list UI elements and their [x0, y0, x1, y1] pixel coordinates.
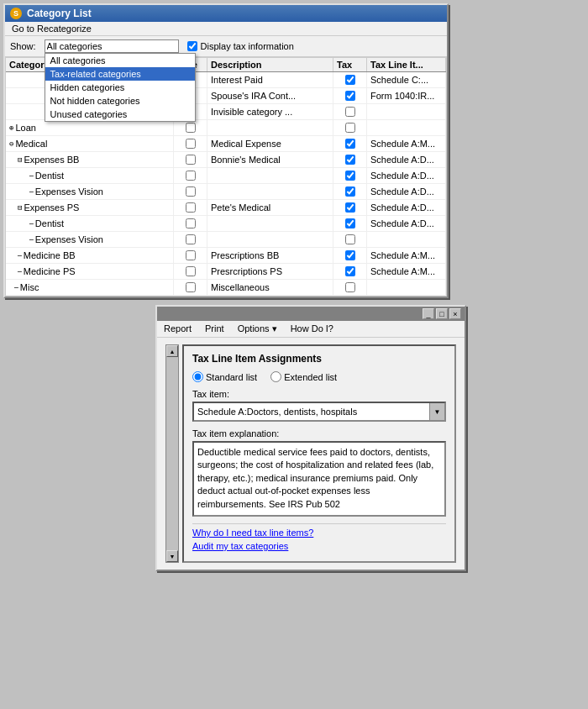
tax-item-dropdown[interactable]: Schedule A:Doctors, dentists, hospitals … — [192, 402, 446, 422]
separator — [192, 523, 446, 524]
option-not-hidden[interactable]: Not hidden categories — [45, 94, 195, 108]
row-taxline: Schedule A:D... — [367, 216, 446, 231]
row-tax[interactable] — [333, 72, 367, 87]
row-category: ─Expenses Vision — [6, 232, 174, 247]
audit-tax-categories-link[interactable]: Audit my tax categories — [192, 541, 446, 551]
row-taxline: Schedule A:M... — [367, 264, 446, 279]
row-hide[interactable] — [174, 120, 207, 135]
row-taxline: Schedule C:... — [367, 72, 446, 87]
row-category: ⊟Expenses PS — [6, 200, 174, 215]
tax-titlebar: _ □ × — [157, 307, 465, 321]
row-tax[interactable] — [333, 232, 367, 247]
row-tax[interactable] — [333, 248, 367, 263]
option-unused[interactable]: Unused categories — [45, 108, 195, 121]
row-description — [207, 168, 333, 183]
tax-item-explanation-label: Tax item explanation: — [192, 428, 446, 439]
maximize-button[interactable]: □ — [436, 308, 448, 319]
table-row[interactable]: ⊕Loan — [6, 120, 446, 136]
row-tax[interactable] — [333, 216, 367, 231]
standard-list-radio[interactable] — [192, 371, 203, 382]
report-menu[interactable]: Report — [164, 323, 192, 334]
row-hide[interactable] — [174, 168, 207, 183]
tax-content-area: ▲ ▼ Tax Line Item Assignments Standard l… — [157, 338, 465, 570]
table-row[interactable]: ⊖Medical Medical Expense Schedule A:M... — [6, 136, 446, 152]
row-hide[interactable] — [174, 152, 207, 167]
row-hide[interactable] — [174, 136, 207, 151]
titlebar: S Category List — [5, 5, 447, 22]
show-dropdown[interactable]: All categories — [45, 39, 179, 53]
row-hide[interactable] — [174, 248, 207, 263]
extended-list-radio[interactable] — [270, 371, 281, 382]
table-row[interactable]: ─Medicine PS Presrcriptions PS Schedule … — [6, 264, 446, 280]
row-taxline: Schedule A:D... — [367, 184, 446, 199]
row-tax[interactable] — [333, 264, 367, 279]
row-tax[interactable] — [333, 88, 367, 103]
row-hide[interactable] — [174, 280, 207, 295]
row-hide[interactable] — [174, 184, 207, 199]
col-description: Description — [207, 58, 333, 71]
option-hidden[interactable]: Hidden categories — [45, 81, 195, 94]
row-tax[interactable] — [333, 280, 367, 295]
window-title: Category List — [27, 8, 92, 19]
row-description: Invisible category ... — [207, 104, 333, 119]
table-row[interactable]: ─Dentist Schedule A:D... — [6, 216, 446, 232]
panel-title: Tax Line Item Assignments — [192, 353, 446, 365]
row-taxline: Schedule A:M... — [367, 136, 446, 151]
menu-bar: Go to Recategorize — [5, 22, 447, 36]
row-tax[interactable] — [333, 200, 367, 215]
row-category: ⊟Expenses BB — [6, 152, 174, 167]
table-row[interactable]: ⊟Expenses PS Pete's Medical Schedule A:D… — [6, 200, 446, 216]
tax-item-explanation-text: Deductible medical service fees paid to … — [197, 447, 433, 509]
why-tax-line-items-link[interactable]: Why do I need tax line items? — [192, 528, 446, 538]
close-button[interactable]: × — [449, 308, 461, 319]
row-category: ─Misc — [6, 280, 174, 295]
display-tax-label: Display tax information — [201, 41, 294, 51]
row-taxline — [367, 280, 446, 295]
row-hide[interactable] — [174, 264, 207, 279]
row-tax[interactable] — [333, 184, 367, 199]
goto-recategorize-menu[interactable]: Go to Recategorize — [8, 23, 95, 34]
extended-list-option[interactable]: Extended list — [270, 371, 337, 382]
row-hide[interactable] — [174, 216, 207, 231]
row-description: Medical Expense — [207, 136, 333, 151]
display-tax-checkbox-label[interactable]: Display tax information — [187, 41, 294, 51]
row-hide[interactable] — [174, 200, 207, 215]
row-tax[interactable] — [333, 168, 367, 183]
table-row[interactable]: ─Misc Miscellaneous — [6, 280, 446, 296]
row-tax[interactable] — [333, 136, 367, 151]
row-taxline: Schedule A:D... — [367, 168, 446, 183]
table-row[interactable]: ─Dentist Schedule A:D... — [6, 168, 446, 184]
standard-list-option[interactable]: Standard list — [192, 371, 257, 382]
row-tax[interactable] — [333, 104, 367, 119]
howdoi-menu[interactable]: How Do I? — [291, 323, 333, 334]
row-description — [207, 216, 333, 231]
row-category: ⊕Loan — [6, 120, 174, 135]
tax-panel-area: Tax Line Item Assignments Standard list … — [182, 344, 456, 563]
tax-item-dropdown-arrow[interactable]: ▼ — [429, 403, 444, 420]
tax-line-assignments-window: _ □ × Report Print Options ▾ How Do I? ▲… — [155, 305, 466, 571]
row-description: Presrcriptions PS — [207, 264, 333, 279]
table-row[interactable]: ─Medicine BB Prescriptions BB Schedule A… — [6, 248, 446, 264]
tax-item-label: Tax item: — [192, 389, 446, 399]
row-taxline — [367, 104, 446, 119]
scroll-up-button[interactable]: ▲ — [166, 345, 178, 357]
display-tax-checkbox[interactable] — [187, 41, 197, 51]
row-category: ─Medicine PS — [6, 264, 174, 279]
option-tax-related[interactable]: Tax-related categories — [45, 67, 195, 81]
option-all-categories[interactable]: All categories — [45, 54, 195, 67]
print-menu[interactable]: Print — [205, 323, 224, 334]
row-taxline: Form 1040:IR... — [367, 88, 446, 103]
row-tax[interactable] — [333, 120, 367, 135]
row-tax[interactable] — [333, 152, 367, 167]
table-row[interactable]: ⊟Expenses BB Bonnie's Medical Schedule A… — [6, 152, 446, 168]
table-row[interactable]: ─Expenses Vision Schedule A:D... — [6, 184, 446, 200]
options-menu[interactable]: Options ▾ — [238, 323, 277, 334]
show-dropdown-wrapper: All categories All categories Tax-relate… — [45, 39, 179, 53]
table-row[interactable]: ─Expenses Vision — [6, 232, 446, 248]
category-list-window: S Category List Go to Recategorize Show:… — [3, 3, 449, 298]
scroll-down-button[interactable]: ▼ — [166, 550, 178, 562]
col-taxline: Tax Line It... — [367, 58, 446, 71]
row-hide[interactable] — [174, 232, 207, 247]
row-description: Spouse's IRA Cont... — [207, 88, 333, 103]
minimize-button[interactable]: _ — [423, 308, 434, 319]
